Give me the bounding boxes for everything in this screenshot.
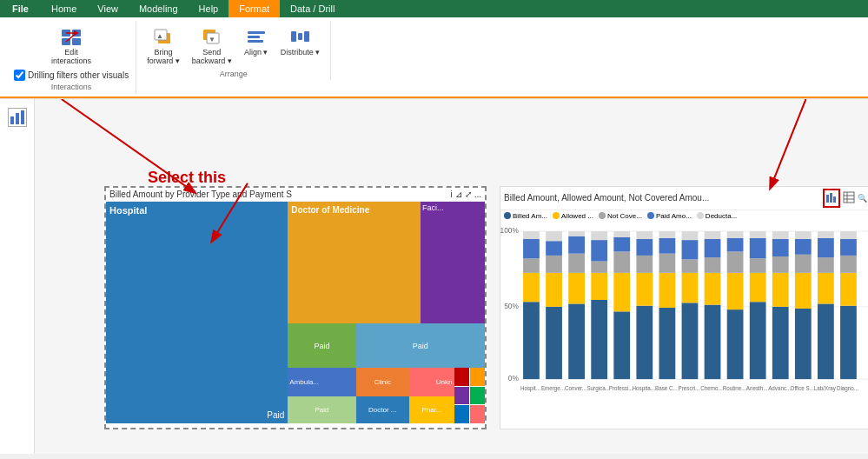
distribute-button[interactable]: Distribute ▾: [277, 23, 324, 59]
bring-forward-icon: ▲: [151, 24, 176, 49]
treemap-paid-blue: Paid: [356, 323, 485, 368]
svg-rect-27: [833, 196, 836, 203]
svg-rect-69: [636, 273, 653, 306]
main-area: Select this Billed Amount by Provider Ty…: [0, 99, 868, 454]
bring-forward-label: Bringforward ▾: [147, 49, 180, 66]
barchart[interactable]: Billed Amount, Allowed Amount, Not Cover…: [500, 186, 868, 429]
svg-rect-93: [727, 273, 744, 309]
svg-rect-28: [844, 192, 854, 203]
svg-text:▼: ▼: [209, 36, 215, 43]
barchart-table-icon[interactable]: [843, 191, 855, 205]
tab-modeling[interactable]: Modeling: [129, 0, 189, 17]
interactions-items: Editinteractions: [48, 23, 95, 68]
svg-rect-84: [682, 231, 699, 240]
svg-text:50%: 50%: [504, 302, 519, 310]
treemap-paid-bot: Paid: [288, 396, 355, 423]
svg-rect-66: [613, 231, 630, 237]
treemap-filter-icon[interactable]: ⊿: [455, 190, 462, 199]
barchart-focus-icon[interactable]: 🔍: [858, 194, 867, 203]
send-backward-button[interactable]: ▼ Sendbackward ▾: [189, 23, 235, 68]
svg-rect-53: [568, 236, 585, 253]
align-button[interactable]: Align ▾: [241, 23, 272, 59]
tab-view[interactable]: View: [87, 0, 129, 17]
edit-interactions-label: Editinteractions: [51, 49, 91, 66]
left-panel: [0, 99, 35, 454]
tab-help[interactable]: Help: [189, 0, 229, 17]
barchart-chart-type-icon[interactable]: [823, 189, 840, 208]
legend-paid-label: Paid Amo...: [656, 212, 692, 220]
svg-rect-101: [750, 238, 766, 258]
svg-text:Advanc...: Advanc...: [768, 385, 791, 391]
svg-rect-120: [818, 231, 834, 238]
ribbon-group-interactions: Editinteractions Drilling filters other …: [7, 21, 136, 93]
ribbon-tab-bar: File Home View Modeling Help Format Data…: [0, 0, 868, 17]
tab-format[interactable]: Format: [229, 0, 280, 17]
svg-rect-118: [818, 257, 834, 273]
arrange-group-label: Arrange: [220, 70, 248, 78]
svg-rect-13: [248, 36, 260, 38]
svg-text:Emerge...: Emerge...: [541, 385, 565, 392]
send-backward-icon: ▼: [200, 24, 224, 49]
treemap-doctor: Doctor of Medicine: [288, 202, 421, 323]
legend-billed-dot: [504, 212, 511, 219]
drilling-filters-label: Drilling filters other visuals: [28, 70, 129, 80]
bring-forward-button[interactable]: ▲ Bringforward ▾: [143, 23, 183, 68]
legend-paid: Paid Amo...: [647, 212, 692, 220]
arrange-items: ▲ Bringforward ▾ ▼ Sendbackward ▾: [143, 23, 323, 68]
svg-rect-95: [727, 238, 744, 252]
svg-rect-106: [772, 256, 789, 273]
barchart-icons: 🔍 ⋯: [823, 189, 868, 208]
tab-datadrill[interactable]: Data / Drill: [280, 0, 345, 17]
treemap-chart[interactable]: Billed Amount by Provider Type and Payme…: [104, 186, 487, 429]
svg-rect-108: [772, 231, 789, 239]
drilling-checkbox-input[interactable]: [14, 70, 25, 81]
svg-rect-126: [840, 231, 857, 239]
treemap-faci-label: Faci...: [422, 203, 444, 212]
svg-rect-51: [568, 273, 585, 304]
ribbon: File Home View Modeling Help Format Data…: [0, 0, 868, 99]
treemap-doctor-bot: Doctor ...: [356, 396, 409, 423]
svg-line-23: [771, 99, 806, 188]
treemap-expand-icon[interactable]: ⤢: [465, 190, 472, 199]
svg-rect-3: [72, 38, 81, 45]
sidebar-chart-icon[interactable]: [8, 108, 27, 127]
svg-rect-45: [546, 273, 562, 307]
svg-rect-19: [16, 113, 19, 124]
svg-rect-57: [591, 273, 607, 300]
svg-rect-26: [830, 193, 832, 203]
svg-rect-54: [568, 231, 585, 236]
svg-rect-41: [523, 239, 540, 258]
treemap-title-text: Billed Amount by Provider Type and Payme…: [109, 190, 450, 199]
barchart-legend: Billed Am... Allowed ... Not Cove... Pai…: [500, 210, 868, 222]
svg-text:Base C...: Base C...: [655, 385, 678, 391]
tab-file[interactable]: File: [0, 0, 41, 17]
svg-rect-75: [659, 273, 676, 308]
svg-rect-90: [705, 231, 721, 239]
drilling-filters-checkbox[interactable]: Drilling filters other visuals: [14, 70, 129, 81]
tab-home[interactable]: Home: [41, 0, 87, 17]
svg-rect-77: [659, 238, 676, 254]
edit-interactions-button[interactable]: Editinteractions: [48, 23, 95, 68]
svg-rect-111: [795, 273, 812, 309]
svg-rect-71: [636, 239, 653, 256]
svg-text:Diagno...: Diagno...: [837, 385, 858, 392]
svg-rect-116: [818, 303, 834, 379]
svg-rect-60: [591, 231, 607, 240]
svg-rect-113: [795, 239, 812, 255]
svg-text:Anesth...: Anesth...: [746, 385, 768, 391]
svg-text:▲: ▲: [156, 32, 163, 40]
treemap-focus-icon[interactable]: i: [450, 190, 452, 199]
distribute-label: Distribute ▾: [281, 49, 321, 57]
svg-text:Chemo...: Chemo...: [700, 385, 723, 391]
svg-rect-80: [682, 303, 699, 379]
svg-rect-56: [591, 300, 607, 379]
svg-rect-100: [750, 258, 766, 273]
svg-rect-20: [21, 110, 24, 124]
svg-rect-122: [840, 305, 857, 378]
treemap-more-icon[interactable]: ...: [474, 190, 481, 199]
svg-rect-125: [840, 239, 857, 256]
svg-rect-92: [727, 309, 744, 379]
svg-text:100%: 100%: [500, 226, 519, 235]
legend-notcovered-dot: [599, 212, 606, 219]
legend-billed-label: Billed Am...: [513, 212, 547, 220]
